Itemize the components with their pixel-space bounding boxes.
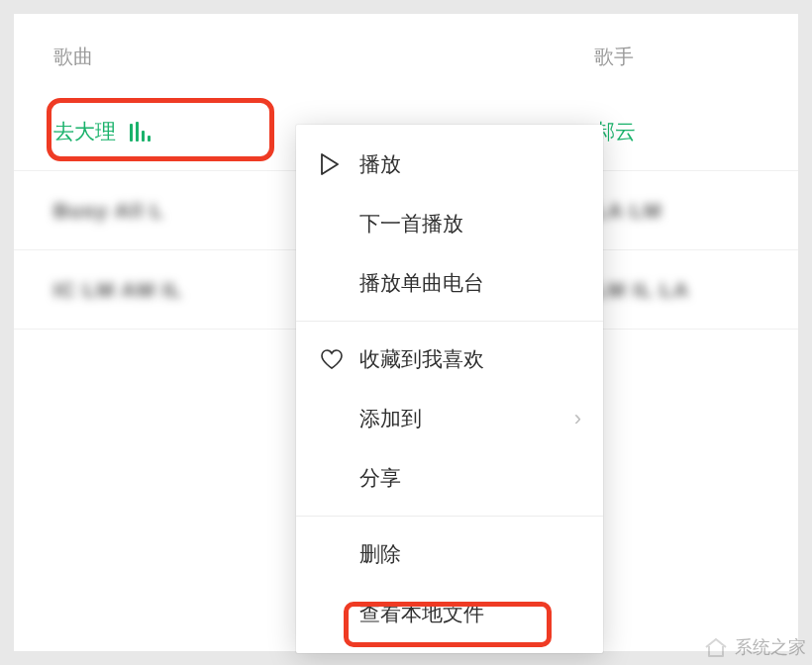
menu-share[interactable]: 分享 [296,448,603,508]
song-title: Busy All L [53,199,164,223]
menu-view-local-file[interactable]: 查看本地文件 [296,584,603,643]
menu-label: 查看本地文件 [359,600,581,627]
chevron-right-icon: › [574,406,581,431]
menu-label: 添加到 [359,405,574,432]
menu-separator [296,321,603,322]
menu-delete[interactable]: 删除 [296,524,603,584]
artist-name: LA LM [594,199,661,222]
artist-name: LM IL LA [594,278,689,301]
song-title: IC LM AM IL [53,278,182,302]
menu-label: 播放单曲电台 [359,269,581,297]
list-header: 歌曲 歌手 [14,14,798,92]
menu-label: 删除 [359,540,581,568]
header-song: 歌曲 [53,44,594,70]
menu-favorite[interactable]: 收藏到我喜欢 [296,330,603,389]
song-title: 去大理 [53,118,116,145]
menu-separator [296,516,603,517]
menu-label: 收藏到我喜欢 [359,345,581,373]
header-artist: 歌手 [594,44,634,70]
play-icon [320,153,359,175]
context-menu: 播放 下一首播放 播放单曲电台 收藏到我喜欢 添加到 › 分享 [296,125,603,653]
heart-icon [320,348,359,370]
menu-add-to[interactable]: 添加到 › [296,389,603,448]
playing-equalizer-icon [130,122,151,142]
menu-label: 播放 [359,150,581,178]
menu-label: 分享 [359,464,581,492]
menu-label: 下一首播放 [359,210,581,238]
menu-play-radio[interactable]: 播放单曲电台 [296,253,603,313]
menu-play[interactable]: 播放 [296,135,603,194]
menu-play-next[interactable]: 下一首播放 [296,194,603,253]
song-list-panel: 歌曲 歌手 去大理 郝云 Busy All L LA LM IC LM AM I… [14,14,798,651]
